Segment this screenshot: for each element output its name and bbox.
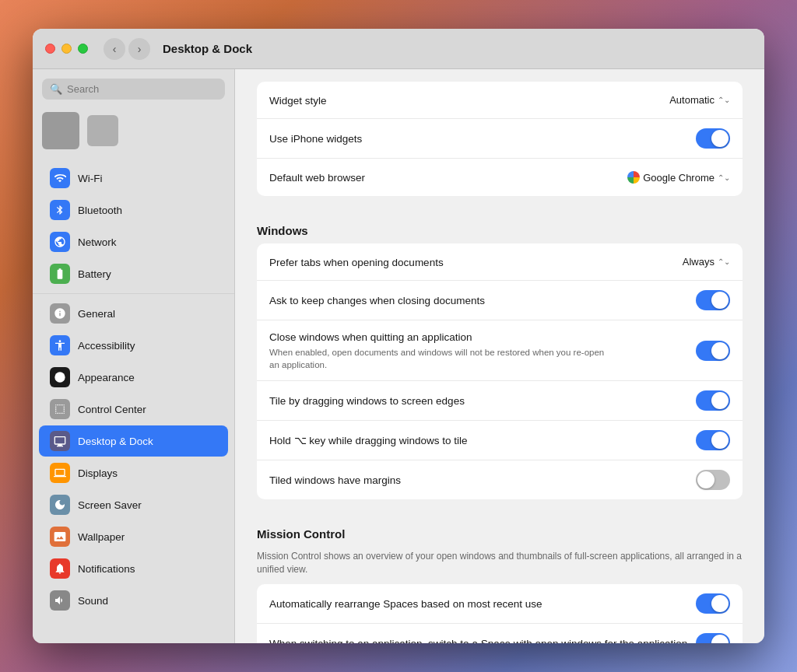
- windows-group: Prefer tabs when opening documents Alway…: [257, 243, 743, 499]
- mission-control-section-header: Mission Control Mission Control shows an…: [257, 515, 743, 576]
- sidebar: 🔍 Wi-Fi Bluetooth: [33, 69, 235, 643]
- widget-style-label: Widget style: [269, 95, 327, 107]
- sidebar-section-connectivity: Wi-Fi Bluetooth Network: [33, 159, 234, 293]
- sidebar-label-wifi: Wi-Fi: [78, 173, 102, 184]
- search-icon: 🔍: [50, 83, 62, 95]
- default-browser-dropdown[interactable]: Google Chrome ⌃⌄: [627, 171, 730, 184]
- sidebar-item-appearance[interactable]: Appearance: [39, 362, 228, 393]
- sidebar-item-general[interactable]: General: [39, 298, 228, 329]
- tile-dragging-label: Tile by dragging windows to screen edges: [269, 395, 465, 407]
- prefer-tabs-row: Prefer tabs when opening documents Alway…: [257, 243, 743, 281]
- tile-dragging-toggle[interactable]: [696, 390, 730, 411]
- widget-style-dropdown[interactable]: Automatic ⌃⌄: [669, 94, 730, 106]
- tile-dragging-row: Tile by dragging windows to screen edges: [257, 381, 743, 421]
- sidebar-item-displays[interactable]: Displays: [39, 457, 228, 488]
- back-button[interactable]: ‹: [104, 38, 125, 60]
- accessibility-icon: [50, 335, 70, 355]
- widget-style-value: Automatic: [669, 94, 714, 106]
- sidebar-item-wifi[interactable]: Wi-Fi: [39, 163, 228, 194]
- dropdown-arrows-widget: ⌃⌄: [718, 96, 730, 104]
- switch-space-label: When switching to an application, switch…: [269, 638, 687, 643]
- sidebar-item-accessibility[interactable]: Accessibility: [39, 330, 228, 361]
- dropdown-arrows-browser: ⌃⌄: [718, 173, 730, 182]
- default-browser-label: Default web browser: [269, 172, 365, 184]
- sidebar-label-appearance: Appearance: [78, 372, 135, 383]
- sidebar-item-network[interactable]: Network: [39, 226, 228, 257]
- auto-rearrange-row: Automatically rearrange Spaces based on …: [257, 584, 743, 624]
- prefer-tabs-label: Prefer tabs when opening documents: [269, 257, 444, 268]
- sidebar-label-bluetooth: Bluetooth: [78, 205, 122, 216]
- sound-icon: [50, 590, 70, 611]
- sidebar-item-controlcenter[interactable]: Control Center: [39, 394, 228, 425]
- network-icon: [50, 232, 70, 252]
- close-windows-toggle[interactable]: [696, 341, 730, 361]
- use-iphone-widgets-row: Use iPhone widgets: [257, 119, 743, 159]
- displays-icon: [50, 463, 70, 483]
- title-bar: ‹ › Desktop & Dock: [33, 29, 764, 69]
- hold-option-toggle[interactable]: [696, 430, 730, 450]
- tiled-margins-left: Tiled windows have margins: [269, 473, 696, 487]
- tiled-margins-label: Tiled windows have margins: [269, 474, 401, 486]
- sidebar-label-displays: Displays: [78, 467, 118, 479]
- ask-keep-changes-left: Ask to keep changes when closing documen…: [269, 293, 696, 307]
- widget-style-row: Widget style Automatic ⌃⌄: [257, 82, 743, 119]
- search-bar[interactable]: 🔍: [42, 79, 225, 100]
- default-browser-value: Google Chrome: [643, 172, 714, 184]
- sidebar-item-battery[interactable]: Battery: [39, 258, 228, 289]
- search-input[interactable]: [67, 83, 217, 95]
- sidebar-item-desktop[interactable]: Desktop & Dock: [39, 425, 228, 457]
- toggle-knob: [711, 432, 729, 449]
- close-windows-row: Close windows when quitting an applicati…: [257, 320, 743, 381]
- ask-keep-changes-toggle[interactable]: [696, 290, 730, 310]
- avatar-large: [42, 112, 79, 149]
- widget-browser-group: Widget style Automatic ⌃⌄ Use iPhone wid…: [257, 82, 743, 196]
- switch-space-row: When switching to an application, switch…: [257, 624, 743, 643]
- sidebar-item-sound[interactable]: Sound: [39, 585, 228, 616]
- tiled-margins-row: Tiled windows have margins: [257, 460, 743, 499]
- chrome-icon: [627, 171, 640, 184]
- appearance-icon: [50, 367, 70, 387]
- settings-section: Widget style Automatic ⌃⌄ Use iPhone wid…: [235, 69, 764, 643]
- main-content: Widget style Automatic ⌃⌄ Use iPhone wid…: [235, 69, 764, 643]
- wallpaper-icon: [50, 527, 70, 547]
- sidebar-label-battery: Battery: [78, 268, 111, 280]
- maximize-button[interactable]: [78, 44, 88, 54]
- mission-control-header: Mission Control: [257, 515, 743, 547]
- toggle-knob: [711, 595, 729, 612]
- use-iphone-widgets-toggle[interactable]: [696, 128, 730, 149]
- tiled-margins-toggle[interactable]: [696, 470, 730, 490]
- switch-space-toggle[interactable]: [696, 633, 730, 643]
- sidebar-item-bluetooth[interactable]: Bluetooth: [39, 194, 228, 226]
- prefer-tabs-dropdown[interactable]: Always ⌃⌄: [683, 256, 730, 268]
- prefer-tabs-value: Always: [683, 256, 714, 268]
- sidebar-label-network: Network: [78, 236, 117, 248]
- sidebar-item-wallpaper[interactable]: Wallpaper: [39, 521, 228, 552]
- auto-rearrange-toggle[interactable]: [696, 593, 730, 614]
- avatar-small: [87, 115, 118, 146]
- auto-rearrange-left: Automatically rearrange Spaces based on …: [269, 597, 696, 611]
- ask-keep-changes-label: Ask to keep changes when closing documen…: [269, 295, 485, 306]
- profile-section: [33, 106, 234, 159]
- sidebar-item-screensaver[interactable]: Screen Saver: [39, 489, 228, 520]
- mission-control-group: Automatically rearrange Spaces based on …: [257, 584, 743, 643]
- content-area: 🔍 Wi-Fi Bluetooth: [33, 69, 764, 643]
- use-iphone-widgets-label: Use iPhone widgets: [269, 133, 362, 145]
- minimize-button[interactable]: [61, 44, 72, 54]
- sidebar-section-system: General Accessibility Appearance: [33, 294, 234, 620]
- use-iphone-widgets-left: Use iPhone widgets: [269, 131, 696, 145]
- general-icon: [50, 303, 70, 324]
- windows-section-header: Windows: [257, 212, 743, 243]
- mission-control-subheader: Mission Control shows an overview of you…: [257, 550, 743, 576]
- tile-dragging-left: Tile by dragging windows to screen edges: [269, 394, 696, 408]
- hold-option-label: Hold ⌥ key while dragging windows to til…: [269, 435, 468, 446]
- forward-button[interactable]: ›: [128, 38, 150, 60]
- close-button[interactable]: [45, 44, 55, 54]
- hold-option-left: Hold ⌥ key while dragging windows to til…: [269, 433, 696, 447]
- close-windows-label: Close windows when quitting an applicati…: [269, 331, 472, 343]
- sidebar-label-accessibility: Accessibility: [78, 340, 135, 352]
- sidebar-item-notifications[interactable]: Notifications: [39, 553, 228, 584]
- sidebar-label-controlcenter: Control Center: [78, 404, 146, 415]
- sidebar-label-notifications: Notifications: [78, 563, 135, 575]
- traffic-lights: [45, 44, 88, 54]
- toggle-knob: [697, 471, 714, 488]
